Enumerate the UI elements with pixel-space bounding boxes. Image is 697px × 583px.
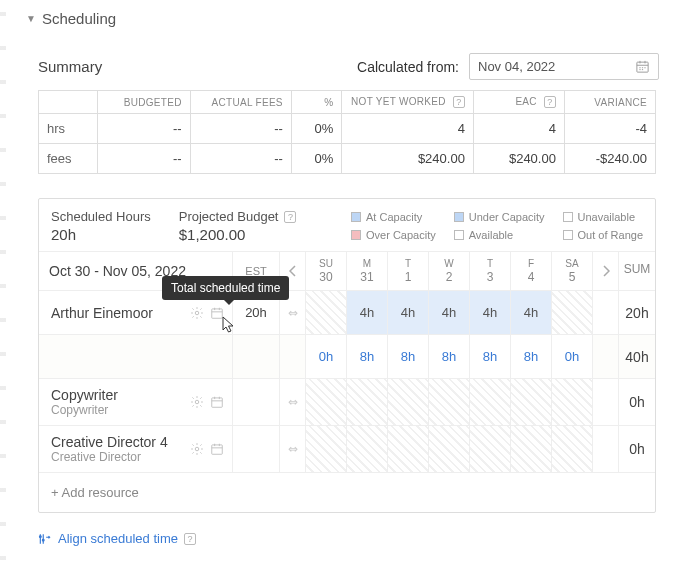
help-icon[interactable]: ?: [453, 96, 465, 108]
day-cell[interactable]: [387, 379, 428, 425]
help-icon[interactable]: ?: [284, 211, 296, 223]
day-cell[interactable]: [551, 291, 592, 334]
day-cell[interactable]: 4h: [387, 291, 428, 334]
calculated-from-date-input[interactable]: Nov 04, 2022: [469, 53, 659, 80]
align-scheduled-time-link[interactable]: Align scheduled time ?: [26, 513, 659, 546]
day-cell[interactable]: [387, 426, 428, 472]
collapse-triangle-icon[interactable]: ▼: [26, 13, 36, 24]
totals-row: 0h8h8h8h8h8h0h40h: [39, 335, 655, 379]
day-header: F4: [510, 252, 551, 290]
summary-col-header: NOT YET WORKED ?: [342, 91, 473, 114]
swatch-over-capacity: [351, 230, 361, 240]
scheduling-grid: Scheduled Hours 20h Projected Budget? $1…: [38, 198, 656, 513]
help-icon[interactable]: ?: [184, 533, 196, 545]
resource-row: Creative Director 4Creative Director⇔0h: [39, 426, 655, 473]
sum-cell: 40h: [618, 335, 655, 378]
day-cell[interactable]: 8h: [346, 335, 387, 378]
day-cell[interactable]: 4h: [346, 291, 387, 334]
day-cell[interactable]: 4h: [510, 291, 551, 334]
gear-icon[interactable]: [190, 442, 204, 456]
day-cell[interactable]: [346, 426, 387, 472]
arrow-spacer: [592, 291, 618, 334]
day-cell[interactable]: [428, 426, 469, 472]
resource-row: Arthur Einemoor20h⇔4h4h4h4h4h20h: [39, 291, 655, 335]
distribute-icon[interactable]: ⇔: [279, 426, 305, 472]
gear-icon[interactable]: [190, 306, 204, 320]
next-week-button[interactable]: [592, 252, 618, 290]
est-cell[interactable]: [232, 335, 279, 378]
day-cell[interactable]: [469, 426, 510, 472]
day-header: SU30: [305, 252, 346, 290]
section-title: Scheduling: [42, 10, 116, 27]
help-icon[interactable]: ?: [544, 96, 556, 108]
section-header[interactable]: ▼ Scheduling: [26, 0, 659, 33]
calendar-icon[interactable]: [210, 306, 224, 320]
day-cell[interactable]: 0h: [305, 335, 346, 378]
day-cell[interactable]: [510, 426, 551, 472]
scheduled-hours-value: 20h: [51, 226, 151, 243]
calendar-icon[interactable]: [210, 442, 224, 456]
resource-row: CopywriterCopywriter⇔0h: [39, 379, 655, 426]
sum-cell: 20h: [618, 291, 655, 334]
est-cell[interactable]: [232, 426, 279, 472]
day-cell[interactable]: [551, 426, 592, 472]
arrow-spacer: [592, 426, 618, 472]
page-edge-decoration: [0, 0, 6, 583]
sum-cell: 0h: [618, 426, 655, 472]
day-cell[interactable]: [510, 379, 551, 425]
cell: -$240.00: [564, 144, 655, 174]
table-row: fees----0%$240.00$240.00-$240.00: [39, 144, 656, 174]
arrow-spacer: [592, 335, 618, 378]
day-cell[interactable]: 8h: [469, 335, 510, 378]
cell: 4: [342, 114, 473, 144]
day-cell[interactable]: [469, 379, 510, 425]
gear-icon[interactable]: [190, 395, 204, 409]
date-range-row: Oct 30 - Nov 05, 2022 EST SU30M31T1W2T3F…: [39, 252, 655, 291]
swatch-available: [454, 230, 464, 240]
summary-heading: Summary: [38, 58, 102, 75]
day-cell[interactable]: 8h: [510, 335, 551, 378]
resource-name: Creative Director 4: [51, 434, 184, 450]
calendar-icon[interactable]: [635, 59, 650, 74]
day-header: T3: [469, 252, 510, 290]
cell: $240.00: [342, 144, 473, 174]
est-cell[interactable]: [232, 379, 279, 425]
swatch-out-of-range: [563, 230, 573, 240]
day-cell[interactable]: [346, 379, 387, 425]
cell: $240.00: [473, 144, 564, 174]
day-cell[interactable]: 0h: [551, 335, 592, 378]
sum-cell: 0h: [618, 379, 655, 425]
svg-point-24: [39, 536, 41, 538]
scheduled-hours-label: Scheduled Hours: [51, 209, 151, 224]
day-cell[interactable]: [305, 426, 346, 472]
capacity-legend: At Capacity Under Capacity Unavailable O…: [351, 209, 643, 243]
day-header: SA5: [551, 252, 592, 290]
svg-rect-0: [637, 62, 648, 72]
day-cell[interactable]: [305, 379, 346, 425]
day-cell[interactable]: 8h: [387, 335, 428, 378]
projected-budget-value: $1,200.00: [179, 226, 297, 243]
cell: --: [190, 114, 291, 144]
summary-col-header: EAC ?: [473, 91, 564, 114]
projected-budget-label: Projected Budget: [179, 209, 279, 224]
day-header: M31: [346, 252, 387, 290]
summary-col-header: VARIANCE: [564, 91, 655, 114]
day-cell[interactable]: 4h: [469, 291, 510, 334]
row-label: fees: [39, 144, 98, 174]
day-cell[interactable]: 4h: [428, 291, 469, 334]
resource-name: Copywriter: [51, 387, 184, 403]
day-header: T1: [387, 252, 428, 290]
add-resource-button[interactable]: + Add resource: [39, 473, 655, 512]
day-cell[interactable]: [551, 379, 592, 425]
day-cell[interactable]: [305, 291, 346, 334]
distribute-icon[interactable]: ⇔: [279, 379, 305, 425]
day-cell[interactable]: [428, 379, 469, 425]
swatch-unavailable: [563, 212, 573, 222]
day-cell[interactable]: 8h: [428, 335, 469, 378]
row-label: hrs: [39, 114, 98, 144]
swatch-under-capacity: [454, 212, 464, 222]
sum-header: SUM: [618, 252, 655, 290]
svg-point-19: [195, 448, 199, 452]
calendar-icon[interactable]: [210, 395, 224, 409]
date-value: Nov 04, 2022: [478, 59, 555, 74]
